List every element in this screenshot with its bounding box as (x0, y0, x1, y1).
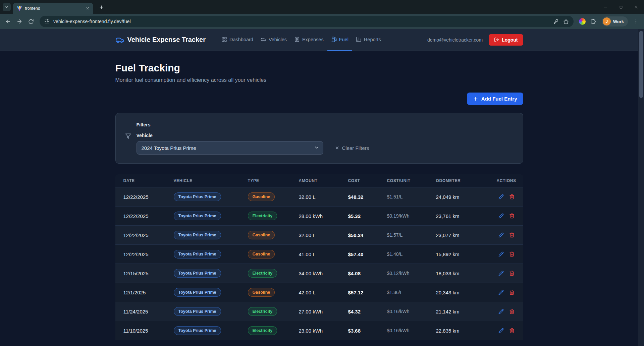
user-email: demo@vehicletracker.com (427, 37, 483, 43)
site-info-icon[interactable] (44, 19, 50, 24)
page-scrollbar[interactable] (638, 29, 644, 346)
nav-item-vehicles[interactable]: Vehicles (257, 29, 290, 51)
cell-amount: 28.00 kWh (299, 213, 348, 219)
delete-button[interactable] (508, 193, 515, 200)
table-row: 12/22/2025 Toyota Prius Prime Gasoline 3… (115, 187, 523, 206)
address-bar[interactable]: vehicle-expense-frontend.fly.dev/fuel (40, 16, 574, 27)
edit-button[interactable] (498, 289, 504, 296)
nav-item-expenses[interactable]: Expenses (290, 29, 327, 51)
delete-button[interactable] (508, 270, 515, 277)
vehicle-badge: Toyota Prius Prime (174, 269, 221, 278)
tune-icon (44, 19, 50, 24)
cell-cost: $4.08 (348, 271, 387, 276)
edit-button[interactable] (498, 193, 504, 200)
bookmark-star-icon[interactable] (563, 19, 569, 24)
cell-date: 11/24/2025 (123, 309, 174, 314)
password-key-icon[interactable] (553, 19, 558, 24)
delete-button[interactable] (508, 308, 515, 315)
browser-menu-button[interactable] (631, 16, 641, 27)
profile-chip[interactable]: J Work (602, 16, 628, 26)
edit-button[interactable] (498, 232, 504, 238)
table-row: 11/24/2025 Toyota Prius Prime Electricit… (115, 302, 523, 321)
cell-cost-unit: $1.36/L (387, 290, 436, 295)
forward-arrow-icon (16, 18, 22, 24)
tab-close-button[interactable] (85, 5, 91, 11)
edit-button[interactable] (498, 270, 504, 277)
browser-toolbar: vehicle-expense-frontend.fly.dev/fuel J … (0, 14, 644, 29)
vehicle-badge: Toyota Prius Prime (174, 326, 221, 335)
fuel-table: DATE VEHICLE TYPE AMOUNT COST COST/UNIT … (115, 174, 523, 340)
extension-colorful-icon[interactable] (579, 18, 586, 25)
cell-odometer: 24,049 km (436, 194, 497, 200)
profile-label: Work (613, 19, 624, 24)
clear-filters-label: Clear Filters (342, 145, 369, 151)
pencil-icon (498, 271, 504, 276)
logout-icon (494, 37, 499, 42)
filters-title: Filters (137, 122, 514, 127)
back-arrow-icon (5, 18, 11, 24)
cell-date: 12/22/2025 (123, 232, 174, 238)
table-body: 12/22/2025 Toyota Prius Prime Gasoline 3… (115, 187, 523, 340)
delete-button[interactable] (508, 213, 515, 219)
fuel-type-badge: Gasoline (248, 192, 275, 201)
new-tab-button[interactable] (97, 2, 106, 12)
cell-date: 11/10/2025 (123, 328, 174, 334)
forward-button[interactable] (14, 16, 25, 27)
add-fuel-entry-button[interactable]: Add Fuel Entry (467, 93, 523, 105)
trash-icon (509, 251, 515, 257)
col-header-amount: AMOUNT (299, 178, 348, 183)
cell-amount: 32.00 L (299, 194, 348, 200)
vehicle-filter-label: Vehicle (137, 133, 369, 138)
cell-cost: $57.12 (348, 290, 387, 295)
cell-amount: 23.00 kWh (299, 328, 348, 334)
app-logo: Vehicle Expense Tracker (115, 36, 206, 44)
delete-button[interactable] (508, 289, 515, 296)
pencil-icon (498, 194, 504, 199)
window-controls (598, 0, 644, 14)
cell-amount: 41.00 L (299, 251, 348, 257)
cell-cost-unit: $0.16/kWh (387, 309, 436, 314)
url-text[interactable]: vehicle-expense-frontend.fly.dev/fuel (53, 19, 548, 24)
cell-cost-unit: $1.51/L (387, 194, 436, 199)
edit-button[interactable] (498, 213, 504, 219)
cell-odometer: 23,761 km (436, 213, 497, 219)
cell-cost: $5.32 (348, 213, 387, 219)
pencil-icon (498, 232, 504, 238)
edit-button[interactable] (498, 251, 504, 257)
cell-cost-unit: $0.16/kWh (387, 328, 436, 333)
minimize-icon (603, 5, 607, 9)
tab-search-button[interactable] (3, 3, 11, 11)
nav-item-dashboard[interactable]: Dashboard (218, 29, 257, 51)
vehicle-filter-select[interactable]: 2024 Toyota Prius Prime (137, 141, 323, 155)
browser-tab[interactable]: frontend (13, 3, 93, 14)
table-row: 11/10/2025 Toyota Prius Prime Electricit… (115, 321, 523, 340)
clear-filters-button[interactable]: Clear Filters (335, 145, 369, 151)
edit-button[interactable] (498, 308, 504, 315)
dashboard-grid-icon (221, 37, 227, 42)
cell-odometer: 22,835 km (436, 328, 497, 334)
logout-button[interactable]: Logout (489, 34, 523, 46)
cell-date: 12/22/2025 (123, 194, 174, 200)
scrollbar-thumb[interactable] (639, 31, 643, 98)
chevron-down-icon (5, 5, 9, 9)
delete-button[interactable] (508, 327, 515, 334)
delete-button[interactable] (508, 251, 515, 257)
window-maximize-button[interactable] (613, 0, 629, 14)
table-header-row: DATE VEHICLE TYPE AMOUNT COST COST/UNIT … (115, 174, 523, 187)
reload-button[interactable] (25, 16, 36, 27)
back-button[interactable] (3, 16, 13, 27)
cell-cost-unit: $0.19/kWh (387, 213, 436, 219)
vehicle-badge: Toyota Prius Prime (174, 192, 221, 201)
cell-cost-unit: $1.40/L (387, 251, 436, 257)
table-row: 12/15/2025 Toyota Prius Prime Electricit… (115, 264, 523, 283)
cell-odometer: 23,077 km (436, 232, 497, 238)
window-close-button[interactable] (629, 0, 644, 14)
delete-button[interactable] (508, 232, 515, 238)
tab-title: frontend (25, 6, 82, 11)
extensions-puzzle-button[interactable] (588, 16, 599, 27)
window-minimize-button[interactable] (598, 0, 613, 14)
col-header-cost: COST (348, 178, 387, 183)
nav-item-fuel[interactable]: Fuel (327, 29, 352, 51)
nav-item-reports[interactable]: Reports (352, 29, 385, 51)
edit-button[interactable] (498, 327, 504, 334)
